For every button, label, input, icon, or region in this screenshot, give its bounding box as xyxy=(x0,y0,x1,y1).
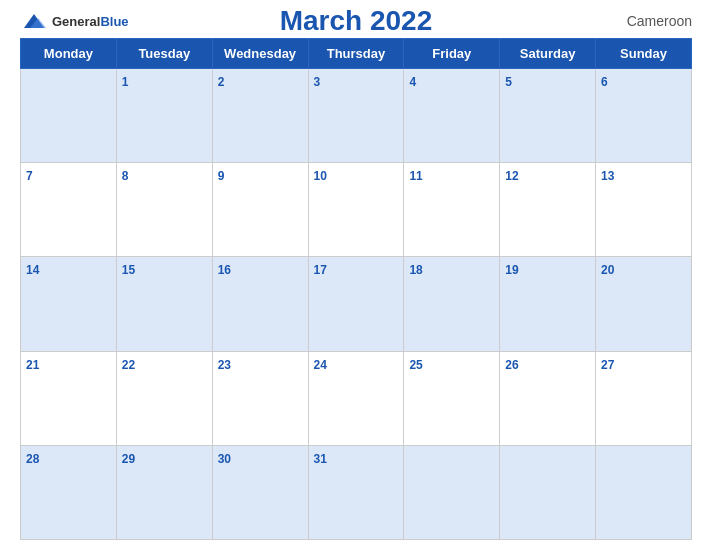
day-number: 26 xyxy=(505,358,518,372)
weekday-header-row: MondayTuesdayWednesdayThursdayFridaySatu… xyxy=(21,39,692,69)
calendar-week-2: 78910111213 xyxy=(21,163,692,257)
calendar-day-cell: 8 xyxy=(116,163,212,257)
day-number: 29 xyxy=(122,452,135,466)
calendar-day-cell: 7 xyxy=(21,163,117,257)
calendar-title: March 2022 xyxy=(280,5,433,37)
calendar-day-cell: 23 xyxy=(212,351,308,445)
day-number: 21 xyxy=(26,358,39,372)
calendar-day-cell: 1 xyxy=(116,69,212,163)
calendar-day-cell: 9 xyxy=(212,163,308,257)
calendar-day-cell: 29 xyxy=(116,445,212,539)
day-number: 10 xyxy=(314,169,327,183)
calendar-day-cell: 11 xyxy=(404,163,500,257)
day-number: 25 xyxy=(409,358,422,372)
calendar-body: 1234567891011121314151617181920212223242… xyxy=(21,69,692,540)
day-number: 22 xyxy=(122,358,135,372)
weekday-header-friday: Friday xyxy=(404,39,500,69)
logo-general: General xyxy=(52,14,100,29)
calendar-header: GeneralBlue March 2022 Cameroon xyxy=(20,10,692,32)
day-number: 20 xyxy=(601,263,614,277)
day-number: 1 xyxy=(122,75,129,89)
day-number: 23 xyxy=(218,358,231,372)
calendar-day-cell: 15 xyxy=(116,257,212,351)
day-number: 15 xyxy=(122,263,135,277)
day-number: 5 xyxy=(505,75,512,89)
calendar-week-4: 21222324252627 xyxy=(21,351,692,445)
day-number: 17 xyxy=(314,263,327,277)
calendar-day-cell xyxy=(596,445,692,539)
calendar-day-cell: 27 xyxy=(596,351,692,445)
day-number: 18 xyxy=(409,263,422,277)
logo-text: GeneralBlue xyxy=(52,12,129,30)
weekday-header-wednesday: Wednesday xyxy=(212,39,308,69)
day-number: 16 xyxy=(218,263,231,277)
calendar-day-cell: 4 xyxy=(404,69,500,163)
weekday-header-saturday: Saturday xyxy=(500,39,596,69)
calendar-day-cell: 19 xyxy=(500,257,596,351)
calendar-day-cell: 14 xyxy=(21,257,117,351)
calendar-day-cell: 6 xyxy=(596,69,692,163)
day-number: 9 xyxy=(218,169,225,183)
logo-blue: Blue xyxy=(100,14,128,29)
calendar-day-cell xyxy=(500,445,596,539)
day-number: 2 xyxy=(218,75,225,89)
weekday-header-monday: Monday xyxy=(21,39,117,69)
calendar-day-cell: 5 xyxy=(500,69,596,163)
day-number: 8 xyxy=(122,169,129,183)
day-number: 6 xyxy=(601,75,608,89)
calendar-day-cell: 18 xyxy=(404,257,500,351)
day-number: 7 xyxy=(26,169,33,183)
calendar-day-cell: 31 xyxy=(308,445,404,539)
calendar-day-cell: 30 xyxy=(212,445,308,539)
day-number: 3 xyxy=(314,75,321,89)
calendar-day-cell: 20 xyxy=(596,257,692,351)
calendar-day-cell xyxy=(404,445,500,539)
calendar-table: MondayTuesdayWednesdayThursdayFridaySatu… xyxy=(20,38,692,540)
logo: GeneralBlue xyxy=(20,10,129,32)
day-number: 4 xyxy=(409,75,416,89)
calendar-week-1: 123456 xyxy=(21,69,692,163)
day-number: 13 xyxy=(601,169,614,183)
day-number: 30 xyxy=(218,452,231,466)
day-number: 12 xyxy=(505,169,518,183)
day-number: 27 xyxy=(601,358,614,372)
calendar-day-cell: 10 xyxy=(308,163,404,257)
calendar-day-cell: 25 xyxy=(404,351,500,445)
calendar-day-cell: 16 xyxy=(212,257,308,351)
calendar-week-3: 14151617181920 xyxy=(21,257,692,351)
logo-icon xyxy=(20,10,48,32)
calendar-day-cell: 21 xyxy=(21,351,117,445)
calendar-day-cell: 24 xyxy=(308,351,404,445)
calendar-week-5: 28293031 xyxy=(21,445,692,539)
calendar-day-cell: 12 xyxy=(500,163,596,257)
calendar-day-cell: 22 xyxy=(116,351,212,445)
weekday-header-thursday: Thursday xyxy=(308,39,404,69)
country-label: Cameroon xyxy=(627,13,692,29)
calendar-day-cell: 3 xyxy=(308,69,404,163)
weekday-header-sunday: Sunday xyxy=(596,39,692,69)
calendar-day-cell: 13 xyxy=(596,163,692,257)
day-number: 11 xyxy=(409,169,422,183)
day-number: 31 xyxy=(314,452,327,466)
weekday-header-tuesday: Tuesday xyxy=(116,39,212,69)
calendar-day-cell xyxy=(21,69,117,163)
day-number: 28 xyxy=(26,452,39,466)
day-number: 19 xyxy=(505,263,518,277)
day-number: 14 xyxy=(26,263,39,277)
calendar-day-cell: 2 xyxy=(212,69,308,163)
calendar-day-cell: 28 xyxy=(21,445,117,539)
calendar-day-cell: 26 xyxy=(500,351,596,445)
calendar-day-cell: 17 xyxy=(308,257,404,351)
day-number: 24 xyxy=(314,358,327,372)
